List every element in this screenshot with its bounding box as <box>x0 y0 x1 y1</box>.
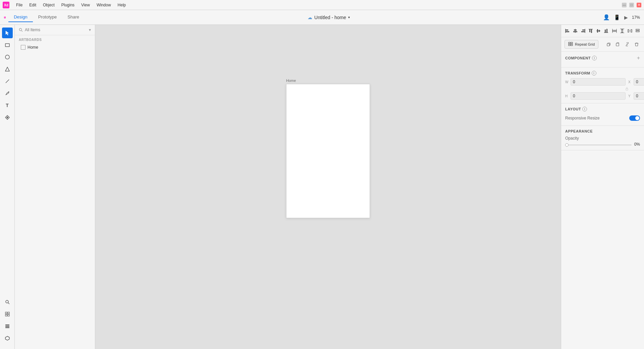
y-input[interactable] <box>634 92 644 100</box>
svg-rect-34 <box>591 29 592 33</box>
svg-rect-39 <box>605 30 606 33</box>
rectangle-tool-button[interactable] <box>2 40 13 50</box>
plugins-button[interactable] <box>2 333 13 344</box>
canvas[interactable]: Home <box>95 25 561 349</box>
menu-object[interactable]: Object <box>40 2 57 8</box>
rectangle-icon <box>5 43 10 47</box>
select-icon <box>5 31 10 35</box>
width-label: W <box>565 80 569 84</box>
svg-line-8 <box>6 80 9 83</box>
x-field-group: X <box>628 78 644 86</box>
layers-button[interactable] <box>2 321 13 332</box>
align-top-button[interactable] <box>587 27 594 35</box>
select-tool-button[interactable] <box>2 28 13 38</box>
menu-edit[interactable]: Edit <box>26 2 39 8</box>
component-info-icon[interactable]: i <box>592 56 597 60</box>
maximize-button[interactable]: □ <box>629 3 634 7</box>
repeat-grid-button[interactable]: Repeat Grid <box>565 40 598 49</box>
opacity-slider[interactable] <box>565 145 632 145</box>
svg-rect-49 <box>621 32 623 33</box>
transform-info-icon[interactable]: i <box>592 71 596 76</box>
search-tool-button[interactable] <box>2 297 13 307</box>
minimize-button[interactable]: — <box>622 3 627 7</box>
align-right-button[interactable] <box>579 27 586 35</box>
svg-point-12 <box>6 300 8 303</box>
svg-rect-30 <box>582 30 585 31</box>
ellipse-tool-button[interactable] <box>2 52 13 62</box>
delete-button[interactable] <box>633 40 641 48</box>
triangle-icon <box>5 67 10 71</box>
link-button[interactable] <box>623 40 631 48</box>
menu-file[interactable]: File <box>13 2 25 8</box>
distribute-h-button[interactable] <box>611 27 618 35</box>
paste-button[interactable] <box>614 40 622 48</box>
svg-rect-5 <box>5 44 9 47</box>
distribute-spacing-button[interactable] <box>627 27 634 35</box>
align-bottom-button[interactable] <box>602 27 609 35</box>
component-title-text: COMPONENT <box>565 56 591 60</box>
opacity-thumb <box>565 143 569 147</box>
layout-section: LAYOUT i Responsive Resize <box>561 103 644 126</box>
close-button[interactable]: ✕ <box>637 3 641 7</box>
artboard-home-item[interactable]: Home <box>19 44 91 51</box>
artboard[interactable] <box>286 84 370 218</box>
menu-help[interactable]: Help <box>115 2 129 8</box>
distribute-spacing-icon <box>628 29 632 33</box>
project-title[interactable]: ☁ Untitled - home ▾ <box>308 15 350 20</box>
text-tool-button[interactable]: T <box>2 100 13 111</box>
repeat-grid-section: Repeat Grid <box>561 37 644 52</box>
header: Xd Design Prototype Share ☁ Untitled - h… <box>0 10 644 25</box>
assets-button[interactable] <box>2 309 13 319</box>
header-tabs: Design Prototype Share <box>8 12 85 22</box>
menu-view[interactable]: View <box>78 2 93 8</box>
appearance-section: APPEARANCE Opacity 0% <box>561 126 644 150</box>
stack-icon <box>635 29 640 33</box>
svg-rect-56 <box>636 31 639 32</box>
layers-icon <box>5 324 10 329</box>
stack-button[interactable] <box>634 27 641 35</box>
play-button[interactable]: ▶ <box>624 15 628 20</box>
search-dropdown-icon[interactable]: ▾ <box>89 28 91 32</box>
tab-share[interactable]: Share <box>62 12 85 22</box>
align-left-button[interactable] <box>564 27 571 35</box>
align-middle-v-button[interactable] <box>595 27 602 35</box>
align-bottom-icon <box>604 29 608 33</box>
height-field-group: H <box>565 92 626 100</box>
menu-window[interactable]: Window <box>94 2 114 8</box>
x-input[interactable] <box>634 78 644 86</box>
search-icon <box>19 28 23 32</box>
sidebar-search: ▾ <box>15 25 95 35</box>
line-tool-button[interactable] <box>2 76 13 87</box>
mobile-preview-icon[interactable]: 📱 <box>614 14 620 20</box>
align-center-h-button[interactable] <box>572 27 579 35</box>
transform-section: TRANSFORM i W X <box>561 67 644 103</box>
header-right: 👤 📱 ▶ 17% <box>573 14 640 20</box>
distribute-v-button[interactable] <box>619 27 626 35</box>
distribute-v-icon <box>620 29 625 33</box>
main-layout: T <box>0 25 644 349</box>
height-input[interactable] <box>571 92 626 100</box>
svg-rect-47 <box>621 29 623 30</box>
appearance-section-header: APPEARANCE <box>565 129 640 133</box>
width-input[interactable] <box>571 78 626 86</box>
right-panel: Repeat Grid <box>561 25 644 349</box>
menu-plugins[interactable]: Plugins <box>59 2 77 8</box>
transform-grid: W X H Y <box>565 78 640 100</box>
header-center: ☁ Untitled - home ▾ <box>85 15 573 20</box>
pen-tool-button[interactable] <box>2 88 13 99</box>
svg-rect-65 <box>626 89 628 90</box>
height-label: H <box>565 94 569 98</box>
layout-info-icon[interactable]: i <box>582 107 587 111</box>
user-icon[interactable]: 👤 <box>603 14 610 20</box>
copy-button-1[interactable] <box>604 40 612 48</box>
lock-aspect-icon <box>625 87 629 91</box>
component-tool-button[interactable] <box>2 112 13 123</box>
search-input[interactable] <box>25 28 87 32</box>
component-add-button[interactable]: + <box>637 55 640 61</box>
responsive-resize-toggle[interactable] <box>629 115 640 121</box>
ellipse-icon <box>5 55 10 59</box>
toolbar-bottom <box>2 297 13 346</box>
tab-prototype[interactable]: Prototype <box>33 12 62 22</box>
triangle-tool-button[interactable] <box>2 64 13 74</box>
tab-design[interactable]: Design <box>8 12 33 22</box>
